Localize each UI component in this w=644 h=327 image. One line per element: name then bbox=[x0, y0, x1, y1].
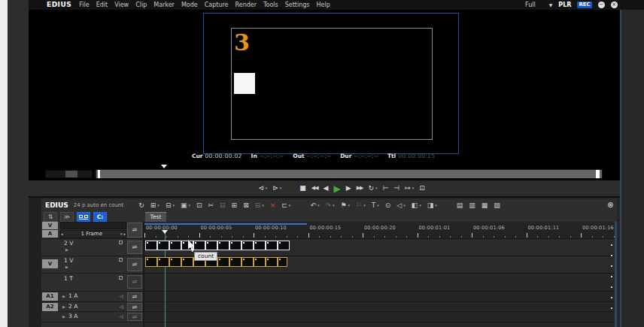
clip-frame-segment[interactable] bbox=[157, 241, 169, 250]
copy-icon[interactable]: ⊞ bbox=[232, 202, 238, 209]
panel-layout-icon-3[interactable]: ▦ bbox=[481, 202, 488, 209]
clip-frame-segment[interactable] bbox=[278, 257, 287, 267]
redo-icon[interactable]: ↷▾ bbox=[325, 202, 334, 209]
clip-frame-segment[interactable] bbox=[254, 257, 266, 267]
lane-expander-icon[interactable] bbox=[611, 244, 612, 246]
timeline-clip-video[interactable] bbox=[145, 241, 290, 250]
track-2a-expander-icon[interactable]: ▶ bbox=[62, 305, 65, 309]
cut-icon[interactable]: ✂ bbox=[208, 202, 214, 209]
set-in-out-icon[interactable]: ⊏▾ bbox=[281, 202, 290, 209]
shuttle-handle[interactable] bbox=[65, 171, 77, 177]
new-sequence-icon[interactable]: ⊞▾ bbox=[150, 202, 159, 209]
transition-icon[interactable]: ◧▾ bbox=[412, 202, 421, 209]
lane-expander-icon[interactable] bbox=[611, 307, 612, 309]
track-label-1v[interactable]: 1 V bbox=[64, 258, 73, 264]
view-mode-select[interactable]: Full bbox=[525, 2, 536, 8]
delete-icon[interactable]: × bbox=[270, 202, 276, 209]
export-icon[interactable]: ⊡ bbox=[419, 185, 425, 192]
playhead-handle-icon[interactable] bbox=[162, 230, 168, 234]
v-track-patch[interactable]: V bbox=[42, 259, 58, 268]
clip-frame-segment[interactable] bbox=[229, 241, 242, 250]
preview-window[interactable]: 3 bbox=[203, 13, 459, 154]
replace-icon[interactable]: ⊟▾ bbox=[255, 202, 264, 209]
timeline-close-icon[interactable]: ⊗ bbox=[607, 201, 613, 209]
paste-icon[interactable]: ⊠ bbox=[243, 202, 249, 209]
duration-next-icon[interactable]: ▸ bbox=[123, 232, 126, 236]
goto-out-icon[interactable]: ⊣ bbox=[393, 185, 399, 192]
track-label-1a[interactable]: 1 A bbox=[68, 293, 77, 299]
audio-fade-icon[interactable]: ◨▾ bbox=[427, 202, 437, 209]
lane-expander-icon[interactable] bbox=[611, 286, 612, 288]
patch-button-1v[interactable]: ⇌ bbox=[127, 258, 142, 271]
menu-item-capture[interactable]: Capture bbox=[205, 2, 229, 8]
clip-frame-segment[interactable] bbox=[145, 241, 157, 250]
clip-frame-segment[interactable] bbox=[169, 241, 181, 250]
clip-frame-segment[interactable] bbox=[242, 257, 254, 267]
sync-mode-icon[interactable]: ⇅ bbox=[44, 212, 57, 222]
position-marker[interactable] bbox=[98, 170, 100, 178]
next-edit-point-icon[interactable]: ⊳▾ bbox=[272, 185, 281, 192]
clip-frame-segment[interactable] bbox=[181, 257, 193, 267]
track-lane-3a[interactable] bbox=[144, 312, 617, 322]
track-lane-1t[interactable] bbox=[144, 274, 617, 291]
video-source-patch[interactable]: V bbox=[42, 222, 58, 229]
clip-frame-segment[interactable] bbox=[278, 241, 290, 250]
ripple-mode-icon[interactable]: ≫ bbox=[60, 212, 74, 222]
next-frame-icon[interactable]: ▶ bbox=[346, 185, 351, 192]
audio-source-patch[interactable]: A bbox=[42, 230, 58, 238]
menu-item-file[interactable]: File bbox=[79, 2, 89, 8]
timeline-track-area[interactable]: 00:00:00:0000:00:00:0500:00:00:1000:00:0… bbox=[144, 222, 617, 327]
rewind-icon[interactable]: ◀◀ bbox=[311, 186, 318, 191]
patch-button-source[interactable]: ⇌ bbox=[127, 223, 142, 238]
lane-expander-icon[interactable] bbox=[611, 255, 612, 256]
panel-layout-icon-4[interactable]: ▧ bbox=[494, 202, 500, 209]
lane-expander-icon[interactable] bbox=[611, 297, 612, 298]
minimize-icon[interactable]: − bbox=[598, 2, 605, 8]
a1-patch[interactable]: A1 bbox=[42, 292, 58, 301]
stop-icon[interactable]: ■ bbox=[299, 185, 306, 192]
sync-lock-mode-icon[interactable]: C: bbox=[93, 212, 107, 222]
clip-frame-segment[interactable] bbox=[266, 241, 278, 250]
menu-item-view[interactable]: View bbox=[114, 2, 129, 8]
track-label-2a[interactable]: 2 A bbox=[68, 304, 77, 310]
track-1t-indicator[interactable] bbox=[119, 276, 123, 280]
track-label-3a[interactable]: 3 A bbox=[68, 313, 77, 319]
timeline-ruler[interactable]: 00:00:00:0000:00:00:0500:00:00:1000:00:0… bbox=[144, 223, 617, 238]
clip-frame-segment[interactable] bbox=[169, 257, 181, 267]
patch-button-2v[interactable]: ⇌ bbox=[127, 241, 142, 254]
track-3a-expander-icon[interactable]: ▶ bbox=[62, 315, 65, 319]
track-lane-2a[interactable] bbox=[144, 302, 617, 311]
track-1v-expander-icon[interactable]: ▶ bbox=[65, 265, 68, 269]
menu-item-edit[interactable]: Edit bbox=[96, 2, 108, 8]
clip-frame-segment[interactable] bbox=[145, 257, 157, 267]
lane-expander-icon[interactable] bbox=[611, 265, 612, 267]
menu-item-clip[interactable]: Clip bbox=[135, 2, 147, 8]
track-2v-indicator[interactable] bbox=[119, 241, 123, 244]
track-lane-1a[interactable] bbox=[144, 292, 617, 301]
clip-frame-segment[interactable] bbox=[217, 241, 229, 250]
panel-layout-icon-2[interactable]: ▥ bbox=[469, 202, 475, 209]
loop-playback-icon[interactable]: ↻▾ bbox=[368, 185, 377, 192]
track-2a-speaker-icon[interactable]: ◁ bbox=[120, 304, 123, 309]
view-mode-caret-icon[interactable]: ▼ bbox=[549, 3, 553, 8]
position-pointer-icon[interactable] bbox=[161, 165, 167, 168]
close-icon[interactable]: × bbox=[611, 2, 618, 8]
play-icon[interactable]: ▶ bbox=[334, 184, 341, 193]
track-1a-speaker-icon[interactable]: ◁ bbox=[120, 294, 123, 298]
refresh-project-icon[interactable]: ↻ bbox=[138, 202, 144, 209]
track-3a-speaker-icon[interactable]: ◁ bbox=[120, 314, 123, 319]
clip-frame-segment[interactable] bbox=[242, 241, 254, 250]
sequence-tab[interactable]: Test bbox=[145, 212, 166, 222]
goto-in-icon[interactable]: ⊢ bbox=[383, 185, 389, 192]
patch-button-1t[interactable]: ⇌ bbox=[127, 275, 142, 289]
rec-badge[interactable]: REC bbox=[577, 2, 591, 8]
clip-frame-segment[interactable] bbox=[193, 241, 205, 250]
track-2v-expander-icon[interactable]: ▶ bbox=[65, 248, 68, 252]
undo-icon[interactable]: ↶▾ bbox=[310, 202, 319, 209]
add-cut-point-icon[interactable]: ⊡ bbox=[196, 202, 202, 209]
open-project-icon[interactable]: ⊟▾ bbox=[166, 202, 175, 209]
mute-icon[interactable]: ⚐▾ bbox=[356, 202, 366, 209]
track-1a-expander-icon[interactable]: ▶ bbox=[62, 295, 65, 298]
narration-icon[interactable]: ◁▾ bbox=[396, 202, 405, 209]
add-marker-icon[interactable]: ⚑▾ bbox=[341, 202, 351, 209]
